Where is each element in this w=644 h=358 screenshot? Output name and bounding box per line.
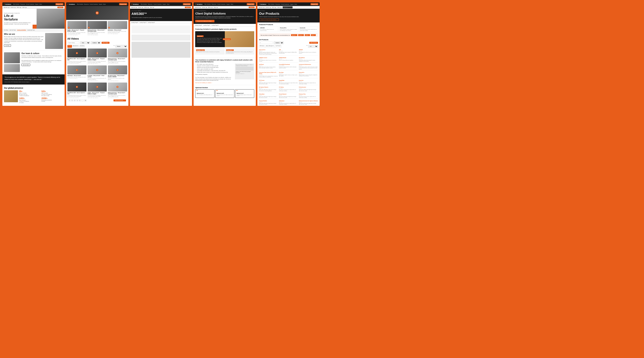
pg-10[interactable]: 10 <box>84 100 87 101</box>
p4-subnav-carriers[interactable]: Carriers <box>202 7 207 8</box>
pg-4[interactable]: 4 <box>76 100 78 101</box>
p4-landing-a[interactable]: Landing Page B <box>195 25 202 26</box>
nav-cta-panel4[interactable]: Request Info <box>247 3 254 5</box>
nav-cta-panel1[interactable]: Request Info <box>56 3 64 5</box>
nav-cta-panel5[interactable]: Request Info <box>310 3 318 5</box>
p2-nav-support[interactable]: Support <box>99 4 102 5</box>
p5-nav-why[interactable]: Why Vertafore <box>268 4 275 5</box>
p3-landing-c[interactable]: Landing Page B <box>148 22 155 23</box>
secnav-leadership[interactable]: Leadership Team <box>27 30 35 31</box>
play-overlay-1[interactable] <box>88 27 90 29</box>
view-all-btn[interactable]: View all resources → <box>114 100 126 101</box>
p3-nav-customers[interactable]: Current Customers <box>154 4 162 5</box>
p4-nav-resources[interactable]: Resources <box>212 4 216 5</box>
p4-nav-why[interactable]: Why Vertafore <box>204 4 211 5</box>
p3-subnav-other[interactable]: Other <box>150 7 154 8</box>
nav-link-about[interactable]: About <box>39 4 42 5</box>
nav-link-resources[interactable]: Resources <box>20 4 25 5</box>
nav-link-customers[interactable]: Current Customers <box>26 4 34 5</box>
tag-view-basics[interactable]: View Basics <box>79 45 85 48</box>
p2-nav-why[interactable]: Why Vertafore <box>77 4 83 5</box>
tag-agencyzoom[interactable]: AgencyZoom™ <box>72 45 79 48</box>
p3-subnav-mgas[interactable]: MGAs <box>144 7 149 8</box>
p4-subnav-mgas[interactable]: MGAs <box>208 7 212 8</box>
p5-nav-about[interactable]: About <box>294 4 297 5</box>
p5-subnav-other[interactable]: Other <box>277 7 282 8</box>
p3-nav-resources[interactable]: Resources <box>148 4 153 5</box>
biz-link[interactable]: See how we're building our solutions → <box>195 82 234 83</box>
p4-landing-b[interactable]: Landing Page B <box>203 25 210 26</box>
p4-subnav-agencies[interactable]: Agencies <box>195 7 200 8</box>
p5-subnav-mgas[interactable]: MGAs <box>272 7 276 8</box>
rec-other-btn[interactable]: Other → <box>311 34 316 36</box>
pg-5[interactable]: 5 <box>79 100 81 101</box>
p4-search-btn[interactable]: Search It <box>249 7 254 8</box>
filter-products-btn[interactable]: Filter Products <box>309 42 318 44</box>
tag-agency-mgmt[interactable]: Agency Management <box>265 45 274 48</box>
sort-select[interactable]: Newest <box>115 45 127 48</box>
pg-1[interactable]: 1 <box>68 100 71 101</box>
showcase-play-btn[interactable]: ▶ Meet InsurLink <box>223 38 231 40</box>
vcard-play-8[interactable] <box>116 86 118 88</box>
p3-nav-why[interactable]: Why Vertafore <box>141 4 147 5</box>
p2-nav-customers[interactable]: Current Customers <box>90 4 98 5</box>
secnav-join[interactable]: Join Our Team <box>9 30 16 31</box>
p4-nav-support[interactable]: Support <box>226 4 230 5</box>
audience-select[interactable]: Audience <box>91 41 101 44</box>
p3-subnav-carriers[interactable]: Carriers <box>138 7 143 8</box>
p3-landing-b[interactable]: Landing Page B <box>139 22 146 23</box>
rec-carriers-btn[interactable]: Carriers → <box>298 34 304 36</box>
p5-subnav-agencies[interactable]: Agencies <box>258 7 264 8</box>
rec-mgas-btn[interactable]: MGAs → <box>305 34 310 36</box>
tag-all-solutions[interactable]: All Solutions <box>259 45 265 48</box>
p5-nav-customers[interactable]: Current Customers <box>281 4 289 5</box>
audience-filter[interactable]: Audience <box>274 41 284 44</box>
p2-nav-resources[interactable]: Resources <box>84 4 89 5</box>
search-btn-panel1[interactable]: Search It <box>58 7 64 8</box>
p2-nav-about[interactable]: About <box>103 4 106 5</box>
nav-cta-panel2[interactable]: Request Info <box>119 3 127 5</box>
vcard-play-3[interactable] <box>76 69 78 71</box>
p3-nav-support[interactable]: Support <box>162 4 166 5</box>
our-story-btn[interactable]: Our Story <box>4 44 11 47</box>
play-overlay-2[interactable] <box>108 27 110 29</box>
p3-subnav-agencies[interactable]: Agencies <box>131 7 137 8</box>
p4-subnav-other[interactable]: Other <box>214 7 218 8</box>
pg-2[interactable]: 2 <box>71 100 73 101</box>
hero-play-btn[interactable] <box>96 11 99 15</box>
p4-landing-c[interactable]: Landing Page B <box>212 25 219 26</box>
vcard-play-1[interactable] <box>96 52 98 54</box>
p4-nav-about[interactable]: About <box>230 4 233 5</box>
pg-3[interactable]: 3 <box>74 100 76 101</box>
p3-landing-a[interactable]: Landing Page B <box>131 22 138 23</box>
vcard-play-0[interactable] <box>76 52 78 54</box>
topic-select[interactable]: Topic <box>80 41 90 44</box>
secnav-story[interactable]: Our Story <box>4 30 8 31</box>
subnav-agencies[interactable]: Agencies <box>4 7 9 8</box>
biz-link-text[interactable]: See how we're building our solutions → <box>195 82 212 83</box>
p5-subnav-carriers[interactable]: Carriers <box>266 7 271 8</box>
nav-link-support[interactable]: Support <box>35 4 38 5</box>
p4-nav-customers[interactable]: Current Customers <box>217 4 226 5</box>
vcard-play-7[interactable] <box>96 86 98 88</box>
vcard-play-6[interactable] <box>76 86 78 88</box>
vcard-play-2[interactable] <box>116 52 118 54</box>
tag-user-reviews[interactable]: User Reviews <box>275 45 282 48</box>
subnav-other[interactable]: Other <box>22 7 26 8</box>
p3-nav-about[interactable]: About <box>167 4 169 5</box>
play-overlay-0[interactable] <box>68 27 70 29</box>
vcard-play-5[interactable] <box>116 69 118 71</box>
vcard-play-4[interactable] <box>96 69 98 71</box>
nav-cta-panel3[interactable]: Request Info <box>183 3 191 5</box>
all-products-search[interactable] <box>259 42 273 44</box>
subnav-mgas[interactable]: MGAs <box>17 7 21 8</box>
nav-link-why[interactable]: Why Vertafore <box>13 4 20 5</box>
join-team-btn[interactable]: Join our team <box>22 64 30 66</box>
p4-cta[interactable]: Contact us to create your solution → <box>195 20 214 22</box>
search-videos-input[interactable] <box>68 42 79 44</box>
p5-search-input[interactable] <box>283 6 292 8</box>
p5-hero-btn[interactable]: Contact us to find your best solution → <box>259 19 279 21</box>
secnav-careers[interactable]: Careers at Vertafore <box>17 29 26 31</box>
p5-nav-resources[interactable]: Resources <box>275 4 280 5</box>
rec-agencies-btn[interactable]: Agencies → <box>291 34 297 36</box>
